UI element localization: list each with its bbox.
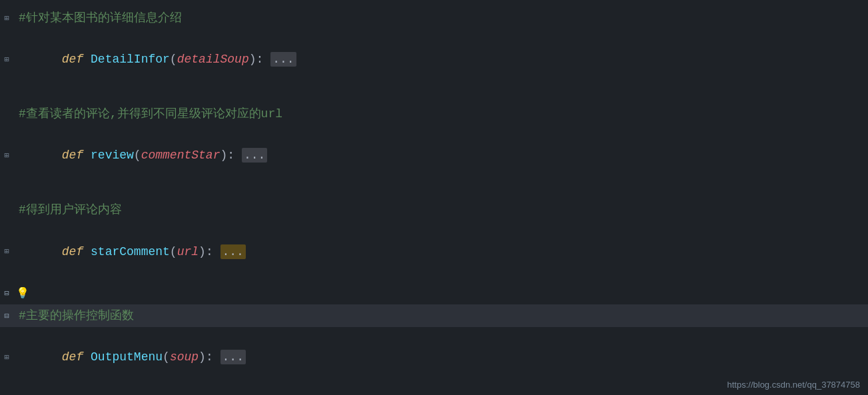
paren-close-11: ): [199, 350, 206, 364]
fold-icon-10[interactable]: ⊟: [0, 311, 13, 321]
space2-5: [234, 149, 242, 162]
space-5: [83, 149, 91, 162]
line-comment-7: #得到用户评论内容: [13, 200, 122, 220]
colon-5: :: [227, 149, 234, 162]
code-line-4: #查看读者的评论,并得到不同星级评论对应的url: [0, 103, 868, 125]
line-section-comment-10: #主要的操作控制函数: [13, 306, 134, 326]
line-comment-1: #针对某本图书的详细信息介绍: [13, 9, 182, 28]
param-11: soup: [170, 350, 199, 364]
code-line-1: ⊞ #针对某本图书的详细信息介绍: [0, 7, 868, 29]
colon-11: :: [206, 350, 213, 364]
code-editor: ⊞ #针对某本图书的详细信息介绍 ⊞ def DetailInfor(detai…: [0, 0, 868, 395]
paren-close-5: ): [220, 149, 227, 162]
line-def-5: def review(commentStar): ...: [13, 127, 267, 184]
code-line-6: [0, 186, 868, 199]
fold-icon-1[interactable]: ⊞: [0, 13, 13, 23]
colon-2: :: [256, 53, 264, 66]
fold-icon-5[interactable]: ⊞: [0, 151, 13, 161]
space-8: [83, 245, 91, 258]
funcname-5: review: [91, 149, 134, 162]
param-8: url: [177, 245, 199, 258]
keyword-def-2: def: [62, 53, 83, 66]
keyword-def-11: def: [62, 350, 83, 364]
paren-close-2: ): [249, 53, 256, 66]
keyword-def-5: def: [62, 149, 83, 162]
paren-open-11: (: [163, 350, 170, 364]
dots-11: ...: [220, 350, 246, 364]
dots-5: ...: [242, 148, 267, 163]
line-def-11: def OutputMenu(soup): ...: [13, 328, 246, 386]
lightbulb-icon: 💡: [13, 286, 29, 300]
code-line-2: ⊞ def DetailInfor(detailSoup): ...: [0, 29, 868, 89]
space2-8: [213, 245, 220, 258]
fold-icon-11[interactable]: ⊞: [0, 352, 13, 362]
paren-open-5: (: [134, 149, 141, 162]
dots-2: ...: [270, 52, 296, 67]
code-line-11: ⊞ def OutputMenu(soup): ...: [0, 327, 868, 387]
funcname-8: starComment: [91, 245, 170, 258]
paren-open-2: (: [170, 53, 177, 66]
space2-11: [213, 350, 220, 364]
line-def-8: def starComment(url): ...: [13, 223, 246, 280]
line-comment-4: #查看读者的评论,并得到不同星级评论对应的url: [13, 105, 282, 124]
paren-close-8: ): [199, 245, 206, 258]
param-5: commentStar: [141, 149, 220, 162]
watermark: https://blog.csdn.net/qq_37874758: [727, 380, 861, 390]
dots-8: ...: [220, 244, 246, 259]
space-2: [83, 53, 91, 66]
code-line-5: ⊞ def review(commentStar): ...: [0, 125, 868, 185]
fold-icon-9[interactable]: ⊟: [0, 288, 13, 298]
fold-icon-2[interactable]: ⊞: [0, 55, 13, 65]
code-line-3: [0, 89, 868, 103]
paren-open-8: (: [170, 245, 177, 258]
code-line-7: #得到用户评论内容: [0, 199, 868, 222]
keyword-def-8: def: [62, 245, 83, 258]
colon-8: :: [206, 245, 213, 258]
funcname-11: OutputMenu: [91, 350, 163, 364]
param-2: detailSoup: [177, 53, 249, 66]
space2-2: [263, 53, 270, 66]
space-11: [83, 350, 91, 364]
line-def-2: def DetailInfor(detailSoup): ...: [13, 31, 296, 88]
code-line-9: ⊟ 💡: [0, 282, 868, 304]
code-line-10: ⊟ #主要的操作控制函数: [0, 304, 868, 327]
funcname-2: DetailInfor: [91, 53, 170, 66]
code-line-8: ⊞ def starComment(url): ...: [0, 222, 868, 282]
fold-icon-8[interactable]: ⊞: [0, 246, 13, 256]
